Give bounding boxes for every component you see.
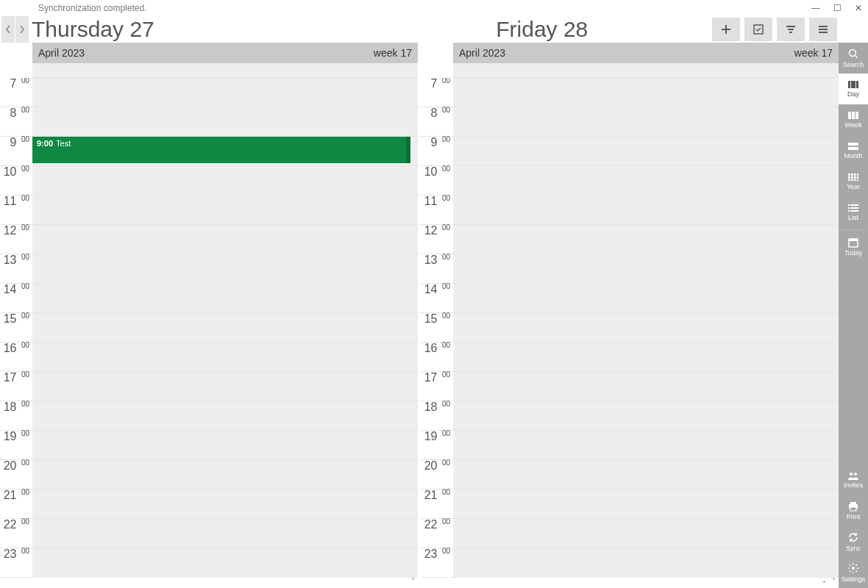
hour-cell[interactable]	[453, 225, 839, 254]
hour-cell[interactable]	[453, 78, 839, 107]
hour-row[interactable]: 13 00	[421, 254, 839, 284]
hour-cell[interactable]	[32, 254, 418, 283]
hour-cell[interactable]	[453, 254, 839, 283]
hour-row[interactable]: 16 00	[421, 343, 839, 372]
hour-cell[interactable]	[453, 313, 839, 342]
svg-rect-26	[848, 210, 850, 212]
day1-title: Thursday 27	[29, 17, 372, 42]
hour-row[interactable]: 7 00	[0, 78, 418, 107]
hour-row[interactable]: 11 00	[421, 196, 839, 225]
hour-cell[interactable]	[453, 137, 839, 165]
day-view-button[interactable]: Day	[839, 74, 868, 104]
print-button[interactable]: Print	[839, 495, 868, 526]
scroll-down-icon[interactable]: ˅	[832, 577, 836, 585]
settings-button[interactable]: Settings	[839, 557, 868, 588]
hour-cell[interactable]	[453, 284, 839, 312]
prev-day-button[interactable]	[1, 16, 15, 43]
week-view-button[interactable]: Week	[839, 104, 868, 135]
hour-row[interactable]: 17 00	[0, 372, 418, 401]
hour-row[interactable]: 18 00	[0, 401, 418, 431]
list-view-button[interactable]: List	[839, 197, 868, 228]
month-view-button[interactable]: Month	[839, 135, 868, 166]
search-button[interactable]: Search	[839, 43, 868, 74]
hour-row[interactable]: 7 00	[421, 78, 839, 107]
hour-cell[interactable]	[453, 196, 839, 224]
hour-row[interactable]: 10 00	[421, 166, 839, 196]
hour-cell[interactable]	[32, 548, 418, 577]
hour-row[interactable]: 15 00	[0, 313, 418, 343]
hour-cell[interactable]	[453, 343, 839, 371]
hour-cell[interactable]	[453, 431, 839, 459]
sidebar-separator	[842, 229, 865, 230]
hour-cell[interactable]	[453, 490, 839, 518]
hour-row[interactable]: 13 00	[0, 254, 418, 284]
hour-row[interactable]: 22 00	[0, 519, 418, 548]
sync-icon	[847, 531, 859, 543]
hour-cell[interactable]	[32, 343, 418, 371]
hour-cell[interactable]	[32, 107, 418, 136]
time-grid-1[interactable]: ˄ ˅ 7 008 009 0010 0011 0012 0013 0014 0…	[0, 78, 418, 588]
hour-row[interactable]: 22 00	[421, 519, 839, 548]
hour-cell[interactable]	[32, 284, 418, 312]
hour-cell[interactable]	[453, 107, 839, 136]
hour-row[interactable]: 8 00	[421, 107, 839, 137]
hour-row[interactable]: 23 00	[0, 548, 418, 578]
hour-row[interactable]: 23 00	[421, 548, 839, 578]
hour-row[interactable]: 17 00	[421, 372, 839, 401]
hour-row[interactable]: 15 00	[421, 313, 839, 343]
hour-row[interactable]: 19 00	[0, 431, 418, 460]
hour-cell[interactable]	[32, 166, 418, 195]
hour-cell[interactable]	[453, 372, 839, 401]
hour-row[interactable]: 20 00	[0, 460, 418, 490]
allday-row-2[interactable]	[453, 63, 839, 78]
hour-cell[interactable]	[453, 548, 839, 577]
plus-icon	[720, 24, 732, 35]
hour-cell[interactable]	[32, 78, 418, 107]
hour-row[interactable]: 8 00	[0, 107, 418, 137]
time-grid-2[interactable]: ▪ ˅ 7 008 009 0010 0011 0012 0013 0014 0…	[421, 78, 839, 588]
maximize-button[interactable]: ☐	[833, 3, 842, 13]
hour-cell[interactable]	[453, 166, 839, 195]
svg-rect-21	[857, 179, 858, 181]
sync-button[interactable]: Sync	[839, 526, 868, 557]
allday-row-1[interactable]	[32, 63, 418, 78]
hour-row[interactable]: 12 00	[0, 225, 418, 254]
hour-row[interactable]: 19 00	[421, 431, 839, 460]
hour-cell[interactable]	[32, 196, 418, 224]
invites-button[interactable]: Invites	[839, 465, 868, 495]
hour-row[interactable]: 11 00	[0, 196, 418, 225]
scroll-down-icon[interactable]: ˅	[411, 577, 415, 585]
minimize-button[interactable]: —	[811, 3, 820, 13]
hour-cell[interactable]	[32, 460, 418, 489]
hour-cell[interactable]	[32, 519, 418, 548]
year-view-button[interactable]: Year	[839, 166, 868, 197]
hour-cell[interactable]	[32, 225, 418, 254]
hour-cell[interactable]	[32, 313, 418, 342]
nav-arrows	[1, 16, 29, 43]
hour-row[interactable]: 16 00	[0, 343, 418, 372]
hour-row[interactable]: 12 00	[421, 225, 839, 254]
hour-cell[interactable]	[32, 401, 418, 430]
menu-button[interactable]	[809, 18, 837, 41]
tasks-button[interactable]	[744, 18, 772, 41]
hour-cell[interactable]	[453, 460, 839, 489]
hour-cell[interactable]	[32, 372, 418, 401]
calendar-event[interactable]: 9:00Test	[32, 137, 410, 163]
hour-row[interactable]: 10 00	[0, 166, 418, 196]
hour-row[interactable]: 20 00	[421, 460, 839, 490]
next-day-button[interactable]	[15, 16, 29, 43]
hour-row[interactable]: 21 00	[0, 490, 418, 519]
today-button[interactable]: Today	[839, 232, 868, 262]
hour-row[interactable]: 9 00	[421, 137, 839, 166]
hour-row[interactable]: 21 00	[421, 490, 839, 519]
hour-cell[interactable]	[32, 431, 418, 459]
filter-button[interactable]	[777, 18, 805, 41]
hour-row[interactable]: 14 00	[421, 284, 839, 313]
hour-cell[interactable]	[453, 519, 839, 548]
add-event-button[interactable]	[712, 18, 740, 41]
hour-cell[interactable]	[453, 401, 839, 430]
hour-row[interactable]: 14 00	[0, 284, 418, 313]
hour-row[interactable]: 18 00	[421, 401, 839, 431]
close-button[interactable]: ✕	[855, 3, 862, 13]
hour-cell[interactable]	[32, 490, 418, 518]
